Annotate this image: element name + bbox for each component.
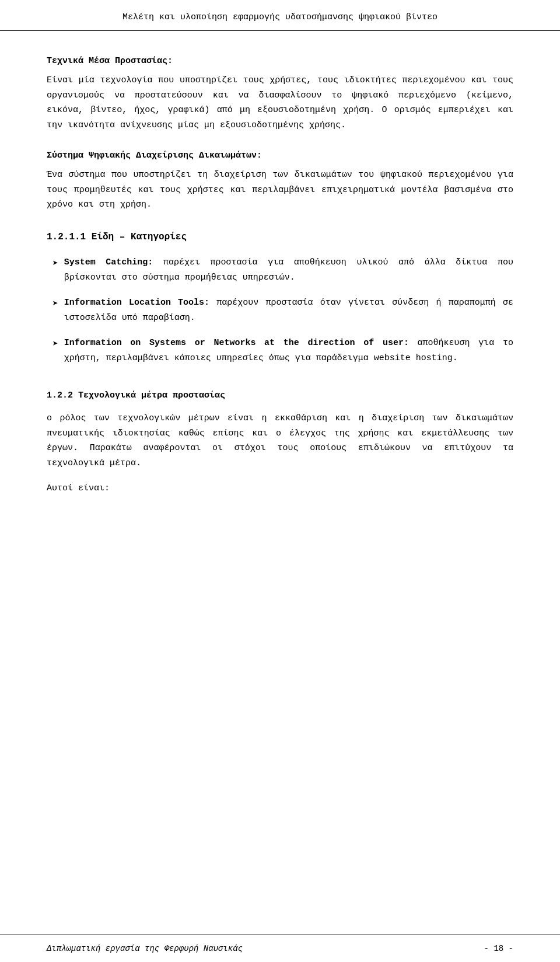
- page-content: Τεχνικά Μέσα Προστασίας: Είναι μία τεχνο…: [0, 31, 560, 935]
- bullet-label-2: Information Location Tools:: [64, 298, 209, 308]
- header-title: Μελέτη και υλοποίηση εφαρμογής υδατοσήμα…: [123, 12, 438, 22]
- section-122-paragraph: ο ρόλος των τεχνολογικών μέτρων είναι η …: [47, 411, 513, 470]
- system-section: Σύστημα Ψηφιακής Διαχείρισης Δικαιωμάτων…: [47, 149, 513, 212]
- technical-section-title: Τεχνικά Μέσα Προστασίας:: [47, 54, 513, 68]
- section-122-heading: 1.2.2 Τεχνολογικά μέτρα προστασίας: [47, 389, 513, 403]
- bullet-list: ➤ System Catching: παρέχει προστασία για…: [52, 255, 513, 365]
- section-122: 1.2.2 Τεχνολογικά μέτρα προστασίας ο ρόλ…: [47, 389, 513, 496]
- page-footer: Διπλωματική εργασία της Φερφυρή Ναυσικάς…: [0, 935, 560, 962]
- bullet-arrow-1: ➤: [52, 256, 58, 272]
- technical-section-paragraph: Είναι μία τεχνολογία που υποστηρίζει του…: [47, 73, 513, 133]
- section-121: 1.2.1.1 Είδη – Κατηγορίες ➤ System Catch…: [47, 230, 513, 366]
- bullet-arrow-2: ➤: [52, 297, 58, 312]
- bullet-label-3: Information on Systems or Networks at th…: [64, 338, 409, 348]
- footer-right: - 18 -: [484, 942, 513, 955]
- bullet-arrow-3: ➤: [52, 337, 58, 353]
- section-122-last-line: Αυτοί είναι:: [47, 481, 513, 496]
- section-121-heading: 1.2.1.1 Είδη – Κατηγορίες: [47, 230, 513, 245]
- page-wrapper: Μελέτη και υλοποίηση εφαρμογής υδατοσήμα…: [0, 0, 560, 962]
- list-item: ➤ System Catching: παρέχει προστασία για…: [52, 255, 513, 285]
- bullet-content-3: Information on Systems or Networks at th…: [64, 336, 513, 365]
- system-section-title: Σύστημα Ψηφιακής Διαχείρισης Δικαιωμάτων…: [47, 149, 513, 163]
- list-item: ➤ Information Location Tools: παρέχουν π…: [52, 295, 513, 325]
- footer-left: Διπλωματική εργασία της Φερφυρή Ναυσικάς: [47, 942, 243, 955]
- bullet-content-2: Information Location Tools: παρέχουν προ…: [64, 295, 513, 325]
- bullet-content-1: System Catching: παρέχει προστασία για α…: [64, 255, 513, 285]
- technical-section: Τεχνικά Μέσα Προστασίας: Είναι μία τεχνο…: [47, 54, 513, 133]
- system-section-paragraph: Ένα σύστημα που υποστηρίζει τη διαχείρισ…: [47, 168, 513, 212]
- list-item: ➤ Information on Systems or Networks at …: [52, 336, 513, 365]
- page-header: Μελέτη και υλοποίηση εφαρμογής υδατοσήμα…: [0, 0, 560, 31]
- bullet-label-1: System Catching:: [64, 257, 153, 267]
